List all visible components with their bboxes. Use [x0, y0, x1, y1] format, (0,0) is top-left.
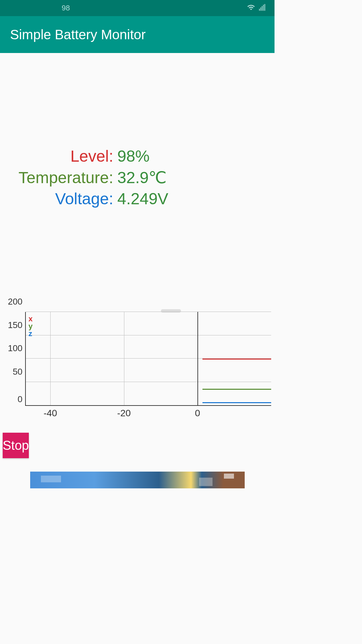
signal-icon: [258, 3, 266, 13]
stop-button[interactable]: Stop: [3, 433, 29, 458]
level-row: Level: 98%: [7, 147, 268, 165]
status-battery-text: 98: [62, 4, 70, 12]
ad-pixel: [41, 476, 61, 482]
y-tick: 0: [4, 394, 22, 405]
voltage-label: Voltage:: [7, 190, 113, 208]
ad-banner[interactable]: [30, 472, 245, 488]
grid-line: [26, 312, 271, 312]
app-title: Simple Battery Monitor: [10, 27, 146, 42]
x-tick: -20: [117, 408, 131, 419]
status-bar: 98: [0, 0, 275, 16]
chart-series-x: [202, 359, 271, 360]
ad-pixel: [199, 478, 213, 486]
y-tick: 50: [4, 366, 22, 377]
temperature-label: Temperature:: [7, 168, 113, 187]
app-bar: Simple Battery Monitor: [0, 16, 275, 53]
chart-series-y: [202, 389, 271, 390]
voltage-row: Voltage: 4.249V: [7, 190, 268, 208]
x-tick: -40: [44, 408, 57, 419]
grid-line: [124, 312, 124, 405]
y-tick: 200: [4, 297, 22, 307]
legend-y: y: [28, 323, 33, 330]
chart[interactable]: 0 50 100 150 200 -40 -20 0 x y z: [0, 312, 275, 423]
grid-line: [50, 312, 51, 405]
ad-pixel: [224, 474, 234, 479]
temperature-row: Temperature: 32.9℃: [7, 168, 268, 187]
grid-line: [26, 382, 271, 382]
level-label: Level:: [7, 147, 113, 165]
legend-z: z: [28, 330, 33, 337]
y-tick: 150: [4, 320, 22, 330]
chart-scroll-indicator: [161, 309, 181, 313]
chart-legend: x y z: [28, 315, 33, 337]
grid-line: [197, 312, 198, 405]
status-icons: [247, 3, 266, 13]
voltage-value: 4.249V: [117, 190, 168, 208]
legend-x: x: [28, 315, 33, 323]
temperature-value: 32.9℃: [117, 168, 167, 187]
chart-series-z: [202, 402, 271, 403]
chart-plot-area: 0 50 100 150 200 -40 -20 0 x y z: [25, 312, 271, 406]
battery-stats: Level: 98% Temperature: 32.9℃ Voltage: 4…: [0, 147, 275, 208]
grid-line: [26, 335, 271, 335]
level-value: 98%: [117, 147, 149, 165]
wifi-icon: [247, 3, 255, 13]
main-content: Level: 98% Temperature: 32.9℃ Voltage: 4…: [0, 147, 275, 488]
x-tick: 0: [195, 408, 200, 419]
y-tick: 100: [4, 343, 22, 354]
